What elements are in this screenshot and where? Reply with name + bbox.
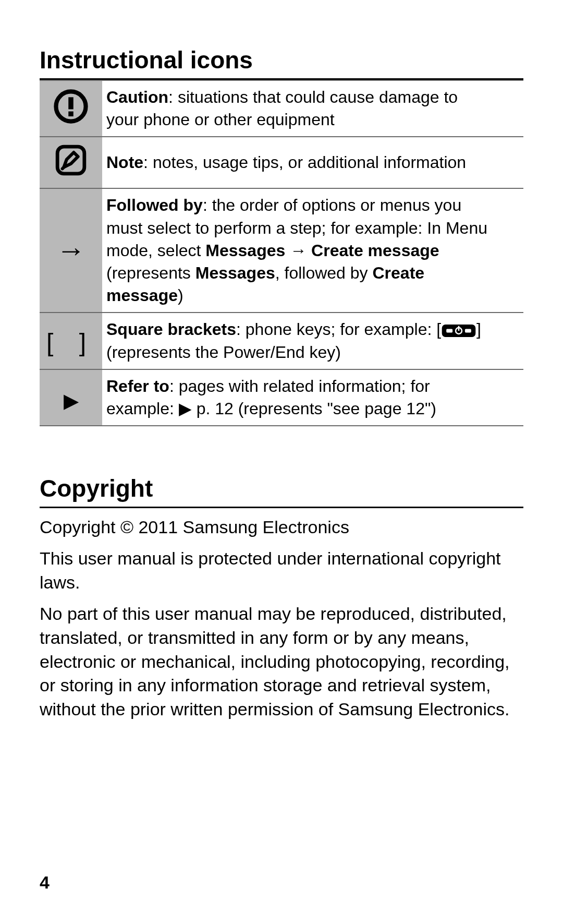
table-row: Note: notes, usage tips, or additional i… — [40, 137, 523, 188]
followed-by-description: Followed by: the order of options or men… — [102, 188, 523, 313]
square-brackets-icon: [ ] — [40, 313, 102, 369]
table-row: → Followed by: the order of options or m… — [40, 188, 523, 313]
table-row: Caution: situations that could cause dam… — [40, 80, 523, 137]
refer-to-label: Refer to — [106, 377, 169, 395]
copyright-line-2: This user manual is protected under inte… — [40, 547, 523, 595]
svg-rect-2 — [68, 111, 74, 116]
svg-rect-1 — [68, 97, 74, 109]
refer-to-description: Refer to: pages with related information… — [102, 369, 523, 426]
note-description: Note: notes, usage tips, or additional i… — [102, 137, 523, 188]
caution-description: Caution: situations that could cause dam… — [102, 80, 523, 137]
table-row: [ ] Square brackets: phone keys; for exa… — [40, 313, 523, 369]
note-label: Note — [106, 153, 143, 172]
svg-rect-7 — [446, 329, 452, 332]
copyright-heading: Copyright — [40, 474, 523, 508]
arrow-right-icon: → — [40, 188, 102, 313]
icons-table: Caution: situations that could cause dam… — [40, 80, 523, 426]
svg-rect-8 — [465, 329, 471, 332]
copyright-section: Copyright Copyright © 2011 Samsung Elect… — [40, 474, 523, 722]
square-brackets-label: Square brackets — [106, 320, 236, 339]
caution-icon — [40, 80, 102, 137]
square-brackets-description: Square brackets: phone keys; for example… — [102, 313, 523, 369]
page-number: 4 — [40, 872, 50, 893]
copyright-line-3: No part of this user manual may be repro… — [40, 602, 523, 722]
power-end-key-icon — [441, 322, 476, 340]
manual-page: Instructional icons Caution: situations … — [0, 0, 563, 924]
followed-by-label: Followed by — [106, 196, 203, 214]
note-icon — [40, 137, 102, 188]
copyright-line-1: Copyright © 2011 Samsung Electronics — [40, 515, 523, 539]
caution-label: Caution — [106, 88, 168, 106]
note-text: : notes, usage tips, or additional infor… — [143, 153, 466, 172]
refer-to-icon: ▶ — [40, 369, 102, 426]
instructional-icons-heading: Instructional icons — [40, 46, 523, 80]
table-row: ▶ Refer to: pages with related informati… — [40, 369, 523, 426]
